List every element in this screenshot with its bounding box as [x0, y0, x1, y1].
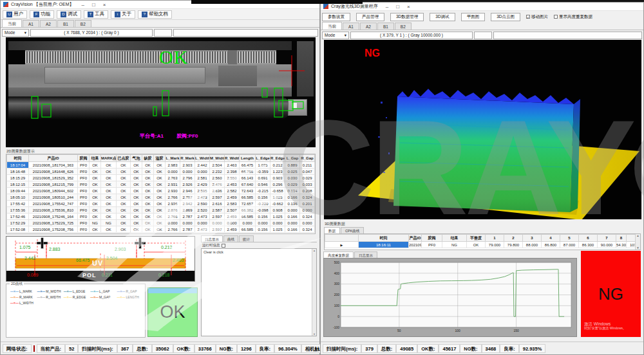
plan-view-button[interactable]: 平面图: [461, 13, 486, 21]
param-settings-button[interactable]: 参数设置: [322, 13, 350, 21]
table-row[interactable]: 18:16:4820210908_181648_626PF0OKOKOKOKOK…: [7, 168, 315, 175]
table-row[interactable]: 17:52:4620210908_175246_164PF0OKOKOKOKOK…: [7, 214, 315, 220]
close-button[interactable]: ×: [103, 1, 106, 9]
menu-label: 功能: [41, 11, 50, 17]
tab-a1[interactable]: A1: [23, 20, 39, 27]
table-cell: 79.800: [504, 242, 523, 248]
result-text: NG: [598, 284, 623, 304]
table-cell: OK: [101, 175, 117, 181]
maximize-button[interactable]: □: [396, 3, 399, 11]
legend-item: —×—L_EDGE: [64, 289, 90, 293]
menu-tools[interactable]: T工具: [84, 10, 108, 19]
windows-activate-watermark: 激活 Windows 转到“设置”以激活 Windows。: [584, 322, 626, 331]
minimize-button[interactable]: –: [82, 1, 84, 9]
status-value: 92.935%: [519, 344, 546, 353]
table-cell: 20210908_175208_756: [29, 226, 78, 233]
table-cell: OK: [131, 175, 142, 181]
table-row[interactable]: 18:17:0420210908_181704_363PF0OKOKOKOKOK…: [7, 162, 315, 168]
table-row[interactable]: 17:52:2920210908_175229_725PF0NGNGOKOKOK…: [7, 220, 315, 226]
legend-label: R_EDGE: [73, 295, 86, 299]
data-tab-cpk曲线[interactable]: CPK曲线: [341, 227, 364, 233]
log-tab-current[interactable]: 日志显示: [201, 235, 223, 242]
status-value: 379: [361, 344, 377, 353]
table-cell: OK: [117, 220, 131, 226]
table-cell: 0.546: [256, 181, 270, 188]
table-cell: OK: [154, 194, 166, 201]
menu-function[interactable]: F功能: [30, 10, 54, 19]
chart-tab-current[interactable]: 高度重复数据: [323, 251, 354, 258]
table-cell: 2.942: [180, 201, 195, 207]
status-value: 35062: [152, 344, 173, 353]
table-cell: 72.643: [240, 188, 256, 194]
log-tab-统计[interactable]: 统计: [239, 235, 254, 242]
menu-help-doc[interactable]: ?帮助文档: [138, 10, 172, 19]
tab-b2[interactable]: B2: [75, 20, 91, 27]
table-cell: -0.220: [256, 201, 270, 207]
checkbox-label: 移动图片: [531, 14, 548, 20]
tab-a2[interactable]: A2: [40, 20, 57, 27]
maximize-button[interactable]: □: [92, 1, 95, 9]
scrollbar[interactable]: ▲▼: [312, 249, 316, 336]
2d-image-viewport[interactable]: OK 平台号:A1 胶阀:PF0: [6, 37, 316, 147]
table-row[interactable]: 17:55:4220210908_175542_747PF0OKOKOKOKOK…: [7, 201, 315, 207]
tab-current[interactable]: 当前: [2, 19, 22, 27]
table-row[interactable]: 17:52:0820210908_175208_756PF0OKOKOKOKOK…: [7, 226, 315, 233]
log-tab-曲线[interactable]: 曲线: [223, 235, 238, 242]
table-cell: OK: [131, 207, 142, 214]
height-chart-container: 5004003002001000-10050100150: [323, 258, 577, 337]
svg-text:0: 0: [337, 314, 339, 318]
data-tab-current[interactable]: 数据: [324, 227, 340, 233]
minimize-button[interactable]: –: [386, 3, 388, 11]
menu-user[interactable]: U用户: [3, 10, 27, 19]
table-row[interactable]: 18:15:2920210908_181529_352PF0OKOKOKOKOK…: [7, 175, 315, 181]
table-cell: OK: [142, 194, 154, 201]
table-cell: OK: [131, 226, 142, 233]
runtime-info-checkbox[interactable]: [222, 244, 225, 248]
close-button[interactable]: ×: [407, 3, 410, 11]
column-header: 时间: [7, 155, 29, 162]
table-cell: OK: [131, 188, 142, 194]
mode-dropdown[interactable]: Mode ▾: [322, 32, 349, 39]
column-header: 气泡: [131, 155, 142, 162]
table-cell: 0.000: [300, 207, 315, 214]
move-image-checkbox[interactable]: [526, 15, 530, 19]
scrollbar[interactable]: ▲▼: [635, 234, 640, 250]
table-cell: 0.000: [285, 220, 300, 226]
menu-debug[interactable]: D调试: [57, 10, 81, 19]
checkbox-label: 显示高度重复数据: [559, 14, 592, 20]
measurement-table-container: 时间产品ID胶阀结果MARK点已点胶气泡缺胶溢胶L_MarkR_MarkL_Wi…: [6, 154, 316, 234]
chart-tab-日志显示[interactable]: 日志显示: [354, 251, 377, 258]
status-value: 367: [117, 344, 133, 353]
table-cell: 17:52:08: [7, 226, 29, 233]
legend-marker: —×—: [117, 289, 126, 293]
table-cell: OK: [131, 194, 142, 201]
3d-data-mgmt-button[interactable]: 3D数据管理: [390, 13, 424, 21]
table-cell: 1.025: [270, 194, 285, 201]
result-text: OK: [160, 302, 185, 322]
menu-about[interactable]: i关于: [111, 10, 135, 19]
tab-b2[interactable]: B2: [395, 23, 412, 30]
3d-height-map-viewport[interactable]: NG: [324, 40, 641, 219]
table-cell: 2.597: [210, 226, 225, 233]
log-output[interactable]: Clear is click ▲▼: [201, 248, 317, 336]
table-row[interactable]: 17:55:3620210908_175536_810PF0OKOKOKOKOK…: [7, 207, 315, 214]
tab-b1[interactable]: B1: [57, 20, 74, 27]
table-row[interactable]: 18:09:4420210908_180944_602PF0OKOKOKOKOK…: [7, 188, 315, 194]
3d-debug-button[interactable]: 3D调试: [430, 13, 455, 21]
3d-pointcloud-button[interactable]: 3D点云图: [491, 13, 520, 21]
column-header: 缺胶: [142, 155, 154, 162]
status-bar: 网络状态:当前产品:52扫描时间(ms):367总数:35062OK数:3376…: [1, 341, 319, 354]
tab-b1[interactable]: B1: [377, 23, 394, 30]
product-mgmt-button[interactable]: 产品管理: [356, 13, 384, 21]
tab-a1[interactable]: A1: [343, 23, 359, 30]
table-row[interactable]: 18:12:1520210908_181215_799PF0OKOKOKOKOK…: [7, 181, 315, 188]
table-row[interactable]: 18:05:1020210908_180510_244PF0OKOKOKOKOK…: [7, 194, 315, 201]
show-height-repeat-checkbox[interactable]: [554, 15, 558, 19]
table-row[interactable]: ▶18:16:1120210908_181611_348PF0NGOK79.00…: [325, 242, 640, 248]
legend-label: L_GAP: [99, 289, 109, 293]
result-indicator-header: [148, 288, 197, 293]
tab-current[interactable]: 当前: [322, 22, 342, 30]
tab-a2[interactable]: A2: [360, 23, 377, 30]
mode-dropdown[interactable]: Mode ▾: [2, 29, 29, 37]
column-header: R_Gap: [300, 155, 315, 162]
